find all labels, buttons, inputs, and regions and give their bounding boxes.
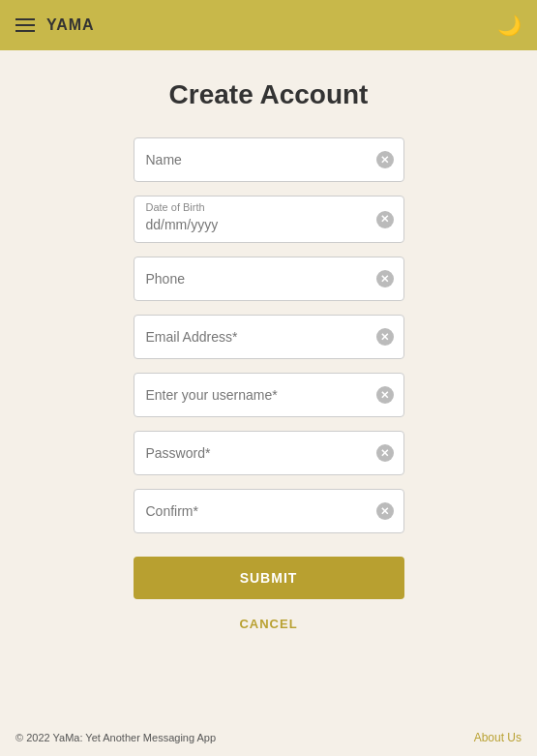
tagline-text: Yet Another Messaging App: [85, 732, 216, 743]
confirm-field-wrapper: ✕: [134, 489, 404, 533]
username-field-wrapper: ✕: [134, 373, 404, 417]
submit-button[interactable]: SUBMIT: [134, 557, 404, 599]
header: YAMA 🌙: [0, 0, 537, 50]
footer-copyright: © 2022 YaMa: Yet Another Messaging App: [15, 732, 216, 743]
clear-icon: ✕: [376, 502, 394, 520]
clear-icon: ✕: [376, 151, 394, 168]
main-content: Create Account ✕ Date of Birth ✕ ✕: [0, 50, 537, 650]
app-title: YAMA: [46, 16, 95, 34]
dob-label: Date of Birth: [134, 197, 217, 213]
clear-icon: ✕: [376, 211, 394, 228]
email-input[interactable]: [134, 316, 403, 358]
page-title: Create Account: [169, 79, 369, 110]
name-clear-button[interactable]: ✕: [376, 151, 394, 168]
clear-icon: ✕: [376, 444, 394, 462]
confirm-clear-button[interactable]: ✕: [376, 502, 394, 520]
dob-field-wrapper: Date of Birth ✕: [134, 196, 404, 243]
clear-icon: ✕: [376, 386, 394, 404]
name-input[interactable]: [134, 138, 403, 181]
dob-clear-button[interactable]: ✕: [376, 211, 394, 228]
about-us-link[interactable]: About Us: [474, 731, 522, 744]
copyright-text: © 2022 YaMa:: [15, 732, 82, 743]
password-input[interactable]: [134, 432, 403, 474]
footer: © 2022 YaMa: Yet Another Messaging App A…: [0, 719, 537, 756]
username-clear-button[interactable]: ✕: [376, 386, 394, 404]
clear-icon: ✕: [376, 328, 394, 346]
phone-input[interactable]: [134, 257, 403, 300]
hamburger-menu-icon[interactable]: [15, 18, 35, 32]
header-left: YAMA: [15, 16, 95, 34]
email-field-wrapper: ✕: [134, 315, 404, 359]
clear-icon: ✕: [376, 270, 394, 287]
password-field-wrapper: ✕: [134, 431, 404, 475]
confirm-input[interactable]: [134, 490, 403, 532]
password-clear-button[interactable]: ✕: [376, 444, 394, 462]
name-field-wrapper: ✕: [134, 137, 404, 182]
email-clear-button[interactable]: ✕: [376, 328, 394, 346]
cancel-link[interactable]: CANCEL: [134, 617, 404, 631]
username-input[interactable]: [134, 374, 403, 416]
phone-field-wrapper: ✕: [134, 257, 404, 301]
create-account-form: ✕ Date of Birth ✕ ✕ ✕: [134, 137, 404, 631]
phone-clear-button[interactable]: ✕: [376, 270, 394, 287]
dark-mode-icon[interactable]: 🌙: [497, 14, 522, 37]
dob-input[interactable]: [134, 213, 403, 242]
